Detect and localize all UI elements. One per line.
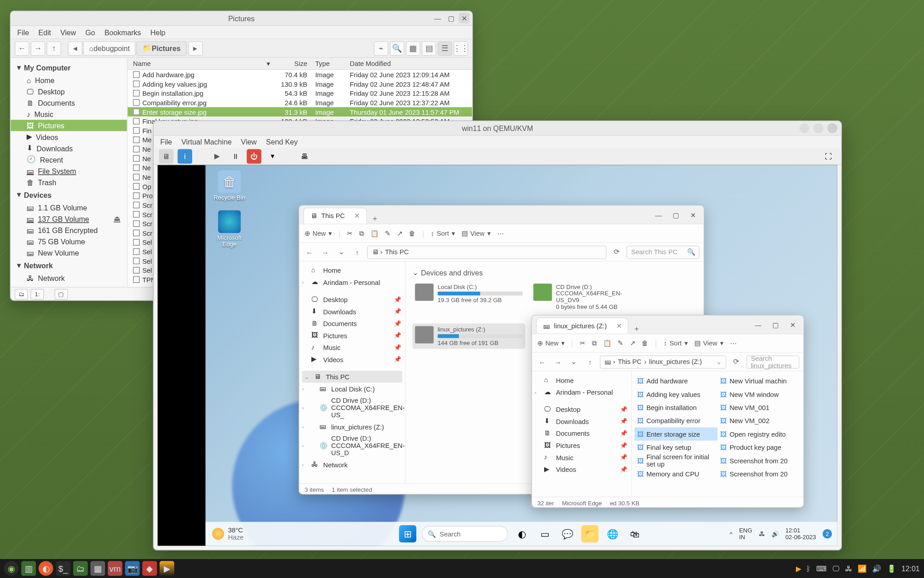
exp1-sidebar-item[interactable]: ›💿CD Drive (D:) CCCOMA_X64FRE_EN-US_	[299, 395, 405, 420]
exp2-copy-icon[interactable]: ⧉	[592, 339, 596, 347]
exp1-sidebar-item[interactable]: 🗎Documents📌	[299, 317, 405, 330]
exp1-recent[interactable]: ⌄	[335, 246, 347, 258]
group-devices[interactable]: ⌄ Devices and drives	[412, 266, 697, 281]
col-date[interactable]: Date Modified	[346, 60, 472, 67]
pause-button[interactable]: ⏸	[228, 149, 243, 163]
sidebar-head-devices[interactable]: ▾ Devices	[11, 188, 127, 202]
exp1-tab[interactable]: 🖥 This PC✕	[303, 208, 367, 224]
menu-go[interactable]: Go	[85, 28, 95, 37]
exp2-file-item[interactable]: 🖼Adding key values	[634, 387, 717, 401]
power-button[interactable]: ⏻	[247, 149, 261, 163]
exp2-file-item[interactable]: 🖼Open registry edito	[717, 427, 800, 440]
exp2-forward[interactable]: →	[552, 356, 564, 368]
vm-menu-sendkey[interactable]: Send Key	[266, 138, 298, 146]
view-list-button[interactable]: ☰	[438, 41, 452, 56]
snapshot-button[interactable]: 🖶	[297, 149, 312, 163]
exp2-sidebar-item[interactable]: ⌂Home	[532, 374, 631, 386]
taskbar-edge-icon[interactable]: 🌐	[604, 525, 621, 542]
menu-view[interactable]: View	[60, 28, 76, 37]
path-root-button[interactable]: ◂	[68, 41, 82, 56]
tray-network-icon[interactable]: 🖧	[759, 531, 765, 537]
sidebar-head-mycomputer[interactable]: ▾ My Computer	[11, 61, 127, 75]
taskbar-explorer-icon[interactable]: 📁	[581, 525, 598, 542]
exp2-more[interactable]: ⋯	[730, 340, 737, 347]
panel-app1-icon[interactable]: ▦	[90, 561, 105, 576]
exp1-close[interactable]: ✕	[685, 208, 701, 221]
tab-close-icon[interactable]: ✕	[354, 212, 360, 219]
panel-screenshot-icon[interactable]: 📷	[125, 561, 139, 576]
panel-virtmanager-icon[interactable]: vm	[108, 561, 122, 576]
exp1-sidebar-item[interactable]: ⌂Home	[299, 264, 405, 276]
exp2-sidebar-item[interactable]: ▶Videos📌	[532, 463, 631, 475]
host-tray-display-icon[interactable]: 🖵	[832, 564, 840, 573]
exp1-sidebar-item[interactable]: 🖼Pictures📌	[299, 330, 405, 342]
new-button[interactable]: ⊕ New ▾	[305, 230, 332, 237]
maximize-button[interactable]: ▢	[446, 13, 457, 23]
terminal-here-button[interactable]: ⌁	[374, 41, 388, 56]
host-tray-app-icon[interactable]: ▶	[796, 564, 801, 573]
pin-icon[interactable]: 📌	[620, 466, 627, 473]
fullscreen-button[interactable]: ⛶	[821, 149, 836, 163]
exp2-file-item[interactable]: 🖼Final screen for initial set up	[634, 454, 717, 467]
file-row[interactable]: Compatibility error.jpg24.6 kBImageFrida…	[128, 98, 472, 107]
exp1-sidebar-item[interactable]: ♪Music📌	[299, 341, 405, 354]
exp2-cut-icon[interactable]: ✂	[580, 340, 585, 347]
exp2-view-button[interactable]: ▤ View ▾	[694, 340, 723, 347]
panel-app2-icon[interactable]: ◆	[142, 561, 157, 576]
exp2-sidebar-item[interactable]: ♪Music📌	[532, 451, 631, 463]
info-icon[interactable]: i	[178, 149, 192, 163]
vm-close-button[interactable]	[827, 123, 837, 133]
exp1-sidebar-item[interactable]: ›💿CD Drive (D:) CCCOMA_X64FRE_EN-US_D	[299, 433, 405, 458]
exp2-minimize[interactable]: —	[750, 318, 766, 331]
exp2-file-item[interactable]: 🖼Screenshot from 20	[717, 467, 800, 480]
taskbar-taskview-icon[interactable]: ▭	[536, 525, 553, 542]
sidebar-head-network[interactable]: ▾ Network	[11, 258, 127, 272]
host-tray-keyboard-icon[interactable]: ⌨	[816, 564, 827, 573]
exp2-sidebar-item[interactable]: 🖼Pictures📌	[532, 439, 631, 452]
taskbar-weather[interactable]: 38°CHaze	[212, 527, 244, 541]
tray-chevron[interactable]: ^	[730, 531, 732, 537]
exp2-file-item[interactable]: 🖼New VM_001	[717, 401, 800, 414]
menu-bookmarks[interactable]: Bookmarks	[104, 28, 141, 37]
menu-file[interactable]: File	[17, 28, 29, 37]
exp2-sidebar-item[interactable]: ›☁Arindam - Personal	[532, 386, 631, 398]
exp1-address[interactable]: 🖥 › This PC	[367, 245, 607, 258]
exp2-file-item[interactable]: 🖼Enter storage size	[634, 427, 717, 440]
sidebar-item-recent[interactable]: 🕘 Recent	[11, 154, 127, 165]
exp2-maximize[interactable]: ▢	[767, 318, 783, 331]
pin-icon[interactable]: 📌	[620, 418, 627, 425]
drive-item[interactable]: Local Disk (C:)19.3 GB free of 39.2 GB	[412, 281, 526, 313]
col-name[interactable]: Name ▾	[128, 60, 274, 67]
back-button[interactable]: ←	[14, 41, 29, 56]
exp2-file-item[interactable]: 🖼Compatibility error	[634, 414, 717, 427]
panel-terminal-icon[interactable]: $_	[56, 561, 70, 576]
sort-button[interactable]: ↕ Sort ▾	[431, 230, 455, 237]
drive-item[interactable]: linux_pictures (Z:)144 GB free of 191 GB	[412, 323, 526, 349]
more-button[interactable]: ⋯	[497, 230, 504, 237]
desktop-icon-edge[interactable]: Microsoft Edge	[212, 210, 247, 248]
exp2-sidebar-item[interactable]: 🗎Documents📌	[532, 427, 631, 439]
exp1-tab-new[interactable]: ＋	[367, 214, 383, 224]
breadcrumb-home[interactable]: ⌂ debugpoint	[83, 41, 136, 56]
exp2-tab-close[interactable]: ✕	[616, 322, 622, 329]
exp2-file-item[interactable]: 🖼Product key page	[717, 441, 800, 454]
exp1-back[interactable]: ←	[303, 246, 315, 258]
view-icons-button[interactable]: ▦	[406, 41, 420, 56]
sidebar-item-vol4[interactable]: 🖴 75 GB Volume	[11, 236, 127, 247]
console-icon[interactable]: 🖥	[159, 149, 173, 163]
sidebar-item-filesystem[interactable]: 🖴 File System	[11, 165, 127, 177]
taskbar-copilot-icon[interactable]: ◐	[513, 525, 531, 542]
host-tray-network-icon[interactable]: 🖧	[845, 564, 852, 573]
view-compact-button[interactable]: ▤	[422, 41, 436, 56]
exp1-maximize[interactable]: ▢	[668, 208, 684, 221]
exp1-sidebar-item[interactable]: ›🖧Network	[299, 459, 405, 471]
status-tree-button[interactable]: 1:	[31, 289, 44, 299]
forward-button[interactable]: →	[31, 41, 45, 56]
exp1-sidebar-item[interactable]: ›☁Arindam - Personal	[299, 276, 405, 289]
exp2-address[interactable]: 🖴 › This PC › linux_pictures (Z:) ⌄	[600, 355, 726, 368]
host-tray-volume-icon[interactable]: 🔊	[872, 564, 882, 573]
panel-app3-icon[interactable]: ▶	[160, 561, 174, 576]
col-size[interactable]: Size	[274, 60, 311, 67]
mint-menu-button[interactable]: ◉	[4, 561, 18, 576]
host-tray-wifi-icon[interactable]: 📶	[858, 564, 867, 573]
